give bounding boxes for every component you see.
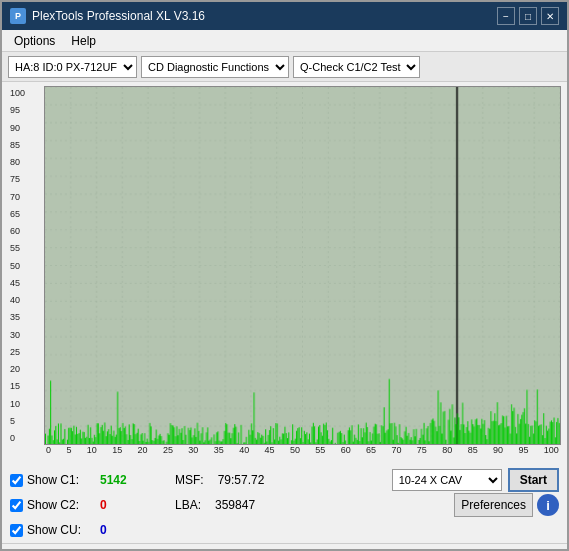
title-bar-title: PlexTools Professional XL V3.16	[32, 9, 205, 23]
y-label-65: 65	[10, 209, 42, 219]
y-axis: 0 5 10 15 20 25 30 35 40 45 50 55 60 65 …	[8, 86, 44, 445]
x-label-15: 15	[112, 445, 122, 461]
title-bar-controls: − □ ✕	[497, 7, 559, 25]
y-label-35: 35	[10, 312, 42, 322]
c1-checkbox[interactable]	[10, 474, 23, 487]
x-label-40: 40	[239, 445, 249, 461]
preferences-button[interactable]: Preferences	[454, 493, 533, 517]
right-controls: 10-24 X CAV 4 X CLV 8 X CLV 16 X CLV 24 …	[392, 468, 559, 492]
menu-help[interactable]: Help	[63, 32, 104, 50]
y-label-45: 45	[10, 278, 42, 288]
x-label-75: 75	[417, 445, 427, 461]
toolbar: HA:8 ID:0 PX-712UF CD Diagnostic Functio…	[2, 52, 567, 82]
cu-value: 0	[100, 523, 145, 537]
y-label-75: 75	[10, 174, 42, 184]
maximize-button[interactable]: □	[519, 7, 537, 25]
c1-label[interactable]: Show C1:	[10, 473, 90, 487]
close-button[interactable]: ✕	[541, 7, 559, 25]
y-label-20: 20	[10, 364, 42, 374]
y-label-85: 85	[10, 140, 42, 150]
function-select[interactable]: CD Diagnostic Functions	[141, 56, 289, 78]
y-label-40: 40	[10, 295, 42, 305]
x-label-70: 70	[391, 445, 401, 461]
menu-bar: Options Help	[2, 30, 567, 52]
y-label-0: 0	[10, 433, 42, 443]
x-label-55: 55	[315, 445, 325, 461]
speed-select[interactable]: 10-24 X CAV 4 X CLV 8 X CLV 16 X CLV 24 …	[392, 469, 502, 491]
c2-checkbox[interactable]	[10, 499, 23, 512]
controls-area: Show C1: 5142 MSF: 79:57.72 10-24 X CAV …	[2, 465, 567, 543]
msf-label: MSF:	[175, 473, 204, 487]
app-icon: P	[10, 8, 26, 24]
x-label-20: 20	[138, 445, 148, 461]
x-label-95: 95	[518, 445, 528, 461]
x-label-10: 10	[87, 445, 97, 461]
cu-label[interactable]: Show CU:	[10, 523, 90, 537]
x-label-5: 5	[66, 445, 71, 461]
c1-value: 5142	[100, 473, 145, 487]
title-bar: P PlexTools Professional XL V3.16 − □ ✕	[2, 2, 567, 30]
x-label-90: 90	[493, 445, 503, 461]
y-label-70: 70	[10, 192, 42, 202]
row-c1: Show C1: 5142 MSF: 79:57.72 10-24 X CAV …	[10, 469, 559, 491]
lba-value: 359847	[215, 498, 285, 512]
test-select[interactable]: Q-Check C1/C2 Test	[293, 56, 420, 78]
chart-plot	[44, 86, 561, 445]
minimize-button[interactable]: −	[497, 7, 515, 25]
msf-value: 79:57.72	[218, 473, 288, 487]
y-label-15: 15	[10, 381, 42, 391]
y-label-80: 80	[10, 157, 42, 167]
c2-value: 0	[100, 498, 145, 512]
status-bar: Ready	[2, 543, 567, 551]
menu-options[interactable]: Options	[6, 32, 63, 50]
row-c2: Show C2: 0 LBA: 359847 Preferences i	[10, 494, 559, 516]
y-label-60: 60	[10, 226, 42, 236]
x-label-0: 0	[46, 445, 51, 461]
x-label-45: 45	[265, 445, 275, 461]
info-button[interactable]: i	[537, 494, 559, 516]
title-bar-left: P PlexTools Professional XL V3.16	[10, 8, 205, 24]
y-label-55: 55	[10, 243, 42, 253]
x-label-65: 65	[366, 445, 376, 461]
x-label-85: 85	[468, 445, 478, 461]
x-label-80: 80	[442, 445, 452, 461]
x-label-30: 30	[188, 445, 198, 461]
x-axis: 0 5 10 15 20 25 30 35 40 45 50 55 60 65 …	[44, 445, 561, 461]
prefs-info-controls: Preferences i	[454, 493, 559, 517]
y-label-10: 10	[10, 399, 42, 409]
y-label-50: 50	[10, 261, 42, 271]
lba-label: LBA:	[175, 498, 201, 512]
c2-label[interactable]: Show C2:	[10, 498, 90, 512]
x-label-100: 100	[544, 445, 559, 461]
y-label-95: 95	[10, 105, 42, 115]
y-label-25: 25	[10, 347, 42, 357]
cu-checkbox[interactable]	[10, 524, 23, 537]
x-label-60: 60	[341, 445, 351, 461]
x-label-35: 35	[214, 445, 224, 461]
start-button[interactable]: Start	[508, 468, 559, 492]
x-label-25: 25	[163, 445, 173, 461]
y-label-30: 30	[10, 330, 42, 340]
chart-area: 0 5 10 15 20 25 30 35 40 45 50 55 60 65 …	[8, 86, 561, 461]
y-label-5: 5	[10, 416, 42, 426]
status-text: Ready	[10, 548, 45, 552]
drive-select[interactable]: HA:8 ID:0 PX-712UF	[8, 56, 137, 78]
x-label-50: 50	[290, 445, 300, 461]
row-cu: Show CU: 0	[10, 519, 559, 541]
y-label-100: 100	[10, 88, 42, 98]
y-label-90: 90	[10, 123, 42, 133]
